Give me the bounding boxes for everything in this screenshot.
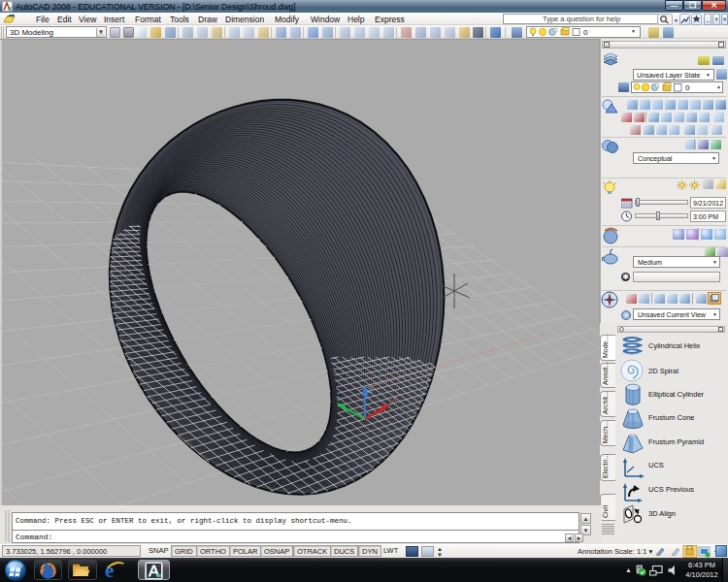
svg-text:0: 0: [685, 83, 690, 92]
svg-text:0: 0: [583, 28, 588, 37]
svg-text:Y: Y: [336, 396, 341, 403]
svg-text:X: X: [392, 396, 397, 403]
svg-text:Z: Z: [368, 387, 373, 394]
